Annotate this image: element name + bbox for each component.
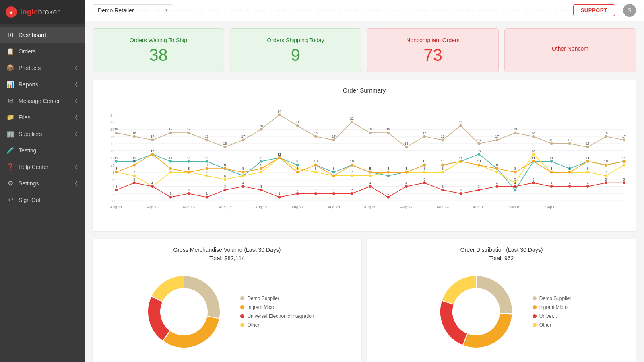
- svg-point-247: [423, 164, 426, 167]
- svg-point-145: [550, 160, 553, 163]
- legend-item: Ingram Micro: [533, 304, 571, 310]
- svg-text:16: 16: [550, 138, 554, 142]
- svg-point-85: [532, 135, 535, 138]
- sidebar-item-suppliers[interactable]: 🏢 Suppliers ❮: [0, 125, 85, 142]
- legend-dot: [240, 305, 244, 309]
- svg-point-227: [242, 171, 245, 174]
- svg-point-67: [369, 132, 372, 134]
- svg-text:2: 2: [333, 189, 335, 192]
- svg-text:19: 19: [114, 128, 118, 131]
- sidebar-item-testing[interactable]: 🧪 Testing: [0, 142, 85, 158]
- user-avatar[interactable]: S: [623, 4, 636, 17]
- svg-point-307: [441, 189, 444, 191]
- svg-text:18: 18: [110, 134, 115, 139]
- svg-text:11: 11: [550, 156, 554, 160]
- sidebar-item-help-center[interactable]: ❓ Help Center ❮: [0, 158, 85, 175]
- svg-text:Aug 19: Aug 19: [255, 205, 268, 209]
- sidebar-item-label: Files: [19, 114, 31, 121]
- svg-text:10: 10: [132, 160, 136, 163]
- sidebar-item-files[interactable]: 📁 Files ❮: [0, 109, 85, 125]
- sidebar-item-message-center[interactable]: ✉ Message Center ❮: [0, 93, 85, 109]
- svg-text:11: 11: [586, 156, 590, 160]
- svg-point-217: [151, 153, 154, 156]
- svg-text:15: 15: [586, 142, 590, 146]
- svg-text:8: 8: [514, 167, 516, 171]
- svg-text:3: 3: [115, 185, 117, 189]
- svg-point-167: [224, 178, 227, 181]
- svg-point-75: [441, 139, 444, 142]
- svg-point-257: [514, 171, 517, 174]
- svg-point-265: [586, 160, 589, 163]
- kpi-card-noncompliant[interactable]: Noncompliant Orders 73: [367, 28, 499, 72]
- svg-point-215: [133, 164, 136, 167]
- sidebar-item-label: Message Center: [19, 98, 60, 104]
- svg-text:7: 7: [206, 171, 208, 174]
- svg-text:17: 17: [441, 135, 445, 138]
- sidebar-item-label: Settings: [19, 180, 39, 187]
- kpi-card-shipping-today[interactable]: Orders Shipping Today 9: [230, 28, 361, 72]
- svg-text:1: 1: [169, 192, 171, 195]
- sidebar-item-label: Dashboard: [19, 32, 46, 38]
- svg-point-41: [133, 135, 136, 138]
- svg-point-181: [351, 175, 353, 177]
- svg-point-281: [205, 196, 208, 199]
- legend-dot: [533, 314, 537, 318]
- svg-text:5: 5: [133, 178, 135, 181]
- svg-point-271: [115, 189, 118, 191]
- svg-text:21: 21: [296, 121, 300, 124]
- svg-point-325: [605, 181, 607, 184]
- svg-text:Aug 23: Aug 23: [328, 205, 340, 209]
- svg-text:8: 8: [115, 167, 117, 171]
- svg-point-267: [605, 164, 607, 167]
- kpi-card-waiting-to-ship[interactable]: Orders Waiting To Ship 38: [93, 28, 224, 72]
- svg-text:8: 8: [405, 167, 407, 171]
- support-button[interactable]: SUPPORT: [573, 4, 615, 16]
- sidebar-item-dashboard[interactable]: ⊞ Dashboard: [0, 27, 85, 43]
- sidebar-item-products[interactable]: 📦 Products ❮: [0, 60, 85, 76]
- svg-text:18: 18: [604, 131, 608, 135]
- sidebar-item-reports[interactable]: 📊 Reports ❮: [0, 76, 85, 93]
- svg-point-95: [623, 139, 625, 142]
- svg-text:2: 2: [315, 189, 317, 192]
- svg-point-245: [405, 171, 408, 174]
- sidebar-item-sign-out[interactable]: ↩ Sign Out: [0, 191, 85, 208]
- kpi-row: Orders Waiting To Ship 38 Orders Shippin…: [93, 28, 636, 72]
- svg-point-107: [205, 160, 208, 163]
- sidebar-item-settings[interactable]: ⚙ Settings ❮: [0, 175, 85, 191]
- logo-text: logicbroker: [20, 8, 60, 16]
- svg-text:19: 19: [169, 128, 173, 131]
- kpi-label-noncompliant: Noncompliant Orders: [406, 37, 459, 43]
- svg-point-225: [224, 167, 227, 170]
- svg-point-309: [459, 192, 462, 195]
- retailer-selector[interactable]: Demo Retailer ▾: [93, 4, 173, 16]
- svg-text:10: 10: [350, 160, 354, 163]
- svg-text:Aug 15: Aug 15: [183, 205, 195, 209]
- svg-point-49: [205, 139, 208, 142]
- svg-point-293: [314, 192, 317, 195]
- legend-item: Other: [240, 322, 314, 328]
- svg-point-63: [332, 139, 335, 142]
- svg-text:16: 16: [477, 138, 481, 142]
- svg-text:Sep 03: Sep 03: [545, 205, 558, 209]
- svg-text:9: 9: [496, 163, 498, 167]
- sidebar-item-orders[interactable]: 📋 Orders: [0, 43, 85, 60]
- svg-point-103: [169, 160, 172, 163]
- svg-text:8: 8: [369, 167, 371, 171]
- files-icon: 📁: [6, 113, 14, 121]
- svg-point-319: [550, 185, 553, 188]
- svg-text:17: 17: [495, 135, 499, 138]
- svg-text:13: 13: [477, 149, 481, 153]
- svg-text:4: 4: [405, 181, 407, 185]
- svg-text:10: 10: [477, 160, 481, 163]
- svg-point-243: [387, 171, 390, 174]
- svg-text:15: 15: [405, 142, 409, 146]
- kpi-card-other-noncom[interactable]: Other Noncom: [504, 28, 636, 72]
- sidebar-item-label: Suppliers: [19, 131, 42, 137]
- svg-text:17: 17: [151, 135, 155, 138]
- svg-point-45: [169, 132, 172, 134]
- legend-item: Demo Supplier: [533, 296, 571, 301]
- svg-text:4: 4: [151, 181, 153, 185]
- svg-text:2: 2: [460, 189, 462, 192]
- svg-text:24: 24: [278, 110, 282, 113]
- svg-point-171: [260, 171, 263, 174]
